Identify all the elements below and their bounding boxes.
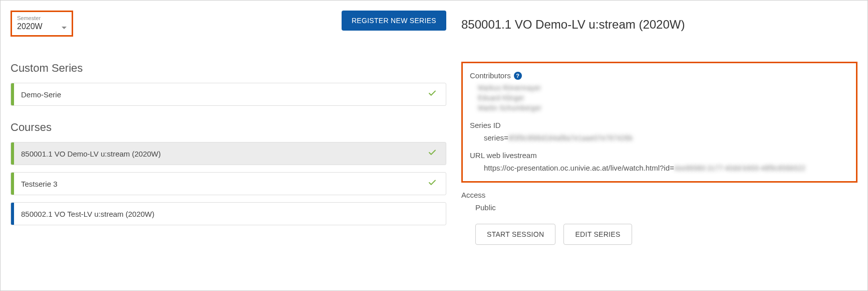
list-item-label: 850001.1 VO Demo-LV u:stream (2020W) — [14, 150, 428, 158]
register-new-series-button[interactable]: REGISTER NEW SERIES — [342, 11, 446, 31]
list-item-label: 850002.1 VO Test-LV u:stream (2020W) — [14, 210, 446, 218]
list-item-label: Testserie 3 — [14, 180, 428, 188]
detail-title: 850001.1 VO Demo-LV u:stream (2020W) — [461, 18, 857, 32]
detail-highlight-box: Contributors ? Markus RimermayerEduard K… — [461, 62, 857, 183]
left-column: Semester 2020W REGISTER NEW SERIES Custo… — [11, 11, 446, 280]
right-column: 850001.1 VO Demo-LV u:stream (2020W) Con… — [461, 11, 857, 280]
contributor-name: Eduard Klinger — [478, 94, 849, 102]
list-item[interactable]: 850002.1 VO Test-LV u:stream (2020W) — [11, 202, 446, 225]
edit-series-button[interactable]: EDIT SERIES — [563, 224, 632, 245]
help-icon[interactable]: ? — [514, 72, 522, 80]
contributors-label: Contributors ? — [470, 71, 849, 80]
semester-value: 2020W — [17, 22, 43, 31]
list-item-label: Demo-Serie — [14, 90, 428, 99]
check-icon — [428, 178, 437, 190]
contributor-name: Markus Rimermayer — [478, 84, 849, 92]
list-item[interactable]: Demo-Serie — [11, 83, 446, 106]
access-label: Access — [461, 191, 857, 199]
courses-heading: Courses — [11, 121, 446, 134]
custom-series-heading: Custom Series — [11, 62, 446, 75]
check-icon — [428, 89, 437, 100]
url-livestream-label: URL web livestream — [470, 151, 849, 160]
check-icon — [428, 148, 437, 160]
access-value: Public — [461, 203, 857, 212]
contributors-list: Markus RimermayerEduard KlingerMartin Sc… — [470, 84, 849, 112]
chevron-down-icon — [62, 27, 67, 29]
courses-list: 850001.1 VO Demo-LV u:stream (2020W)Test… — [11, 142, 446, 225]
start-session-button[interactable]: START SESSION — [475, 224, 555, 245]
semester-select[interactable]: Semester 2020W — [11, 11, 73, 37]
series-id-label: Series ID — [470, 121, 849, 129]
url-livestream-value: https://oc-presentation.oc.univie.ac.at/… — [470, 164, 849, 172]
custom-series-list: Demo-Serie — [11, 83, 446, 106]
series-id-value: series=8f3f9c9fd6d184af8a7e1aae07e767426… — [470, 133, 849, 142]
contributor-name: Martin Schumberger — [478, 104, 849, 112]
semester-label: Semester — [17, 15, 67, 21]
list-item[interactable]: Testserie 3 — [11, 172, 446, 195]
list-item[interactable]: 850001.1 VO Demo-LV u:stream (2020W) — [11, 142, 446, 165]
